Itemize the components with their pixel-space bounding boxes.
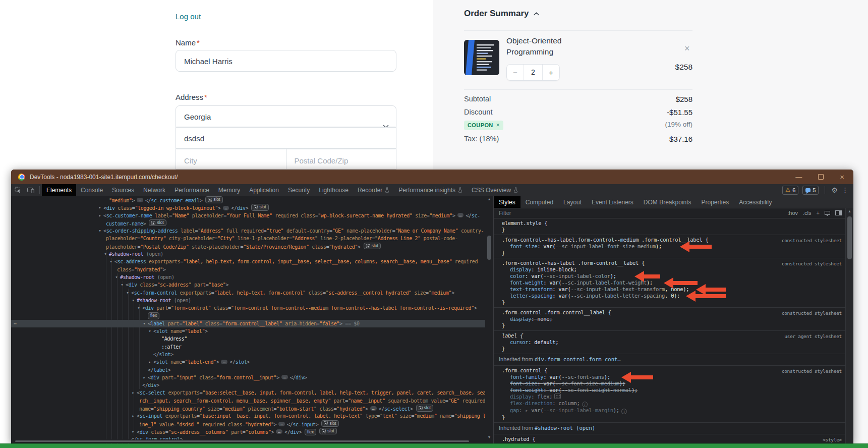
expand-arrow-icon[interactable]: ▸ [130,412,136,420]
css-property[interactable]: gap: ▸ var(--sc-input-label-margin);i [502,407,843,414]
slot-badge[interactable]: slot [319,428,336,435]
collapse-arrow-icon[interactable]: ▾ [119,281,125,289]
expand-inline-button[interactable]: … [281,375,288,379]
expand-arrow-icon[interactable]: ▸ [147,358,153,366]
devtools-titlebar[interactable]: DevTools - noda1983-001-site1.itempurl.c… [11,170,853,184]
tree-line[interactable]: </label> [11,366,485,374]
css-property[interactable]: display: inline-block; [502,266,843,273]
slot-badge[interactable]: slot [251,204,268,211]
css-property[interactable]: font-weight: var(--sc-font-weight-normal… [502,387,843,394]
name-input[interactable]: Michael Harris [176,50,396,72]
warnings-badge[interactable]: ⚠ 6 [782,186,798,195]
devtools-tab-application[interactable]: Application [245,184,283,196]
expand-arrow-icon[interactable]: ▸ [97,212,103,219]
tree-line[interactable]: ▸<sc-customer-name label="Name" placehol… [11,212,485,219]
css-property[interactable]: text-transform: var(--sc-input-label-tex… [502,286,843,293]
toggle-pseudo-button[interactable]: :hov [787,210,798,216]
tree-line[interactable]: </slot> [11,351,485,358]
scrollbar-thumb[interactable] [15,440,469,442]
collapse-arrow-icon[interactable]: ▾ [97,227,103,235]
collapse-arrow-icon[interactable]: ▾ [136,304,142,312]
tree-line[interactable]: name="shipping_country" size="medium" pl… [11,405,485,412]
inherited-from-link[interactable]: #shadow-root (open) [535,425,595,431]
tree-line[interactable]: rch__input, search__form-control, menu__… [11,397,485,405]
minimize-button[interactable]: — [795,174,802,180]
tree-line[interactable]: ▸<div part="input" class="form-control__… [11,374,485,381]
issues-badge[interactable]: 5 [802,186,819,195]
tree-line[interactable]: ▾#shadow-root (open) [11,273,485,281]
coupon-badge[interactable]: COUPON× [464,121,503,130]
tree-line[interactable]: ▸<div class="sc-address__columns" part="… [11,428,485,435]
tree-line[interactable]: ▸<slot name="label-end">…</slot> [11,358,485,366]
expand-arrow-icon[interactable]: ▸ [130,428,136,435]
sidebar-tab-styles[interactable]: Styles [494,196,520,208]
sidebar-position-icon[interactable] [835,210,842,215]
expand-inline-button[interactable]: … [221,360,227,364]
scrollbar-thumb[interactable] [487,236,491,260]
collapse-arrow-icon[interactable]: ▾ [147,327,153,335]
flex-badge[interactable]: flex [148,312,159,319]
css-property[interactable]: cursor: default; [502,339,843,346]
quantity-decrease-button[interactable]: − [507,65,524,80]
remove-coupon-icon[interactable]: × [496,123,500,128]
devtools-tab-console[interactable]: Console [76,184,107,196]
tree-line[interactable]: ▸<div class="logged-in wp-block-loginout… [11,204,485,211]
tree-line[interactable]: ▾<slot name="label"> [11,327,485,335]
tree-line[interactable]: ▸<sc-select exportparts="base:select__ba… [11,389,485,397]
tree-line[interactable]: ▾<sc-address exportparts="label, help-te… [11,258,485,265]
scroll-up-icon[interactable]: ▲ [485,197,493,201]
expand-inline-button[interactable]: … [278,422,285,426]
css-property[interactable]: font-weight: var(--sc-input-label-font-w… [502,279,843,286]
new-style-rule-button[interactable]: + [817,210,820,216]
css-property[interactable]: font-size: var(--sc-font-size-medium); [502,380,843,387]
quantity-increase-button[interactable]: + [543,65,559,80]
collapse-arrow-icon[interactable]: ▾ [141,320,147,327]
order-summary-header[interactable]: Order Summary [464,9,539,19]
collapse-arrow-icon[interactable]: ▾ [102,250,108,258]
tree-line[interactable]: ▾<div class="sc-address" part="base"> [11,281,485,289]
remove-item-button[interactable]: × [684,44,690,52]
css-selector[interactable]: element.style { [502,220,843,227]
css-property[interactable]: letter-spacing: var(--sc-input-label-let… [502,293,843,299]
devtools-tab-security[interactable]: Security [283,184,314,196]
devtools-tab-performance[interactable]: Performance [170,184,214,196]
postal-code-input[interactable]: Postal Code/Zip [286,149,397,170]
inspect-element-icon[interactable] [11,184,24,196]
filter-input[interactable]: Filter [499,210,511,216]
slot-badge[interactable]: slot [364,243,381,250]
tree-line-selected[interactable]: ▾⋯<label part="label" class="form-contro… [11,320,485,327]
inherited-from-link[interactable]: div.form-control.form-cont… [535,356,621,362]
slot-badge[interactable]: slot [416,405,433,412]
sidebar-tab-computed[interactable]: Computed [520,196,558,208]
tree-line[interactable]: customer-name>slot [11,219,485,227]
tree-line[interactable]: "Address" [11,335,485,343]
slot-badge[interactable]: slot [205,196,222,203]
scroll-up-icon[interactable]: ▲ [846,209,853,213]
tree-line[interactable]: class="hydrated"> [11,266,485,273]
devtools-tab-lighthouse[interactable]: Lighthouse [314,184,353,196]
devtools-tab-sources[interactable]: Sources [107,184,139,196]
expand-inline-button[interactable]: … [370,406,377,411]
expand-arrow-icon[interactable]: ▸ [141,374,147,381]
devtools-tab-performance-insights[interactable]: Performance insights [394,184,467,196]
close-button[interactable]: × [840,174,844,180]
scrollbar-thumb[interactable] [847,216,852,259]
scroll-down-icon[interactable]: ▼ [485,435,493,439]
rendering-emulation-icon[interactable] [825,211,830,215]
slot-badge[interactable]: slot [321,420,338,427]
collapse-arrow-icon[interactable]: ▾ [130,297,136,304]
more-options-icon[interactable]: ⋮ [842,186,848,194]
settings-gear-icon[interactable]: ⚙ [831,186,838,194]
css-selector[interactable]: .hydrated { [502,436,843,442]
expand-arrow-icon[interactable]: ▸ [97,204,103,211]
toggle-class-button[interactable]: .cls [803,210,812,216]
expand-inline-button[interactable]: … [137,198,143,202]
css-property[interactable]: flex-direction: column;i [502,400,843,407]
sidebar-tab-event-listeners[interactable]: Event Listeners [587,196,639,208]
tree-line[interactable]: ine_1" value="dsdsd " required class="hy… [11,420,485,428]
slot-badge[interactable]: slot [149,219,166,227]
expand-inline-button[interactable]: … [276,429,282,434]
horizontal-scrollbar[interactable] [11,439,493,443]
logout-link[interactable]: Log out [176,12,201,21]
devtools-tab-elements[interactable]: Elements [42,184,76,196]
